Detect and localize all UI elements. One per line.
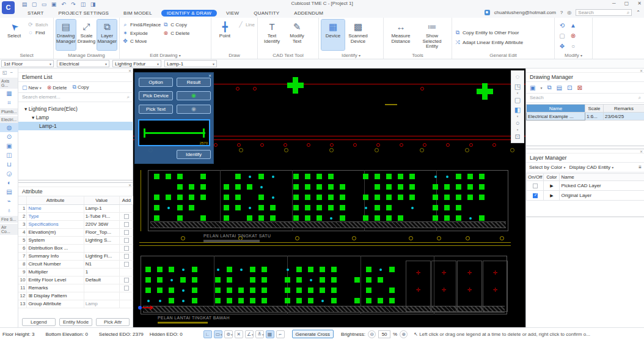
attr-value[interactable]: N1 xyxy=(84,260,119,268)
arc-tool-icon[interactable]: ⌐ xyxy=(276,330,285,338)
tree-item-lighting-fixture-elec-[interactable]: ▾ Lighting Fixture(Elec) xyxy=(18,105,133,113)
tab-start[interactable]: START xyxy=(22,10,49,17)
quick-access-icon-6[interactable]: ↷ xyxy=(70,1,77,8)
brightness-minus-button[interactable]: ⊖ xyxy=(368,330,376,338)
lamp-icon[interactable]: ◍ xyxy=(0,123,18,132)
modify-tool-icon-2[interactable]: ▲ xyxy=(568,22,578,31)
drawing-row[interactable]: Electrical Example ...1:6...23/04/25 xyxy=(527,113,644,121)
close-icon[interactable]: ✕ xyxy=(128,183,131,187)
select-button[interactable]: ➤ Select xyxy=(2,20,26,50)
quick-access-icon-3[interactable]: ▭ xyxy=(40,1,48,8)
attr-value[interactable]: 1-Tube Fl... xyxy=(84,212,119,220)
scanned-device-button[interactable]: ▩ Scanned Device xyxy=(346,20,370,50)
pan-icon[interactable]: ◳ xyxy=(514,82,521,91)
drawing-search-input[interactable]: Seach ⌕ xyxy=(526,94,644,103)
discipline-select[interactable]: Electrical▾ xyxy=(57,60,109,67)
modify-tool-icon-5[interactable]: ✥ xyxy=(557,43,567,52)
quick-access-icon-5[interactable]: ↶ xyxy=(60,1,67,8)
sidebar-section-axisg[interactable]: Axis G... xyxy=(0,78,18,89)
cross-select-icon[interactable]: ✕ xyxy=(235,330,243,338)
element-select[interactable]: Lamp-1▾ xyxy=(164,60,217,67)
layer-row[interactable]: ▶Original Layer xyxy=(527,191,644,201)
attr-value[interactable]: Floor_Top... xyxy=(84,228,119,236)
attr-value[interactable]: 1 xyxy=(84,268,119,276)
angle-snap-icon[interactable]: ∠▾ xyxy=(245,330,254,338)
option-tab-button[interactable]: Option xyxy=(139,78,173,87)
tab-bim-model[interactable]: BIM MODEL xyxy=(118,10,158,17)
modify-text-button[interactable]: ✎ Modify Text xyxy=(285,20,309,50)
layer-menu-icon[interactable]: ≡ xyxy=(639,165,642,170)
point-button[interactable]: ╋ Point xyxy=(214,20,236,50)
attr-value[interactable] xyxy=(84,284,119,292)
tips-icon[interactable]: ◎ xyxy=(567,10,571,15)
drawing-manager-button[interactable]: ▤ Drawing Manager xyxy=(56,20,76,50)
category-select[interactable]: Lighting Fixtur▾ xyxy=(112,60,161,67)
attribute-row[interactable]: 12⊞ Display Pattern xyxy=(18,292,133,300)
attr-value[interactable] xyxy=(84,244,119,252)
add-checkbox[interactable] xyxy=(124,238,129,243)
copy-entity-button[interactable]: ⧉Copy Entity to Other Floor xyxy=(455,29,519,36)
tree-item-lamp[interactable]: ▾ Lamp xyxy=(18,113,133,122)
legend-button[interactable]: Legend xyxy=(22,318,56,326)
add-checkbox[interactable] xyxy=(124,262,129,267)
add-checkbox[interactable] xyxy=(124,222,129,227)
generate-cross-button[interactable]: Generate Cross xyxy=(292,330,334,338)
grid-display-icon[interactable]: ▦ xyxy=(266,330,274,338)
maximize-button[interactable]: ▢ xyxy=(624,1,629,6)
distribution-box-icon[interactable]: ▣ xyxy=(0,141,18,150)
tab-quantity[interactable]: QUANTITY xyxy=(248,10,285,17)
layer-visibility-checkbox[interactable] xyxy=(533,184,538,188)
switch-icon[interactable]: ⊔ xyxy=(0,160,18,169)
collapse-ribbon-icon[interactable]: ⌃ xyxy=(636,10,640,15)
attribute-row[interactable]: 11Remarks xyxy=(18,284,133,292)
add-checkbox[interactable] xyxy=(124,286,129,291)
copy-element-button[interactable]: ⧉Copy xyxy=(72,84,89,91)
attr-value[interactable]: Lamp-1 xyxy=(84,204,119,212)
attr-value[interactable]: Lighting Fi... xyxy=(84,252,119,260)
osnap-icon[interactable]: ⊚▾ xyxy=(224,330,233,338)
minimize-button[interactable]: ─ xyxy=(612,1,616,6)
attribute-row[interactable]: 8Circuit NumberN1 xyxy=(18,260,133,268)
add-checkbox[interactable] xyxy=(124,214,129,219)
select-by-color-button[interactable]: Select by Color ▾ xyxy=(529,165,566,170)
attribute-row[interactable]: 6Distribution Box ... xyxy=(18,244,133,252)
c-delete-button[interactable]: ⊗C Delete xyxy=(163,30,189,36)
close-icon[interactable]: ✕ xyxy=(208,73,211,78)
delete-element-button[interactable]: ⊗Delete xyxy=(47,84,67,91)
sidebar-section-fires[interactable]: Fire S... xyxy=(0,216,18,223)
orbit-icon[interactable]: ◌ xyxy=(516,72,520,81)
grounding-icon[interactable]: ♁ xyxy=(0,206,18,215)
attr-value[interactable]: 220V 36W xyxy=(84,220,119,228)
sidebar-section-plumb[interactable]: Plumb... xyxy=(0,108,18,115)
drawing-tool-icon-2[interactable]: ⧉ xyxy=(547,84,551,91)
collapse-pane-icon[interactable]: − xyxy=(10,70,13,75)
secondary-axis-icon[interactable]: ⌗ xyxy=(0,98,18,107)
fan-icon[interactable]: ⊙ xyxy=(0,132,18,141)
view-box-icon[interactable]: ⊡ xyxy=(514,132,520,141)
help-icon[interactable]: ? xyxy=(560,10,563,15)
quick-access-icon-1[interactable]: ▤ xyxy=(21,1,28,8)
modify-tool-icon-1[interactable]: ⟲ xyxy=(557,22,567,31)
orbit-free-icon[interactable]: ○ xyxy=(516,119,520,128)
layer-manager-button[interactable]: ⧉ Layer Manager xyxy=(97,20,117,50)
measure-distance-button[interactable]: ↔ Measure Distance xyxy=(386,20,415,50)
add-checkbox[interactable] xyxy=(124,246,129,251)
global-search-input[interactable]: Search ⌕ xyxy=(576,9,632,16)
brightness-input[interactable]: 50 xyxy=(378,330,390,338)
identify-button[interactable]: Identify xyxy=(177,150,211,159)
pick-text-button[interactable]: Pick Text xyxy=(139,105,173,114)
attr-value[interactable] xyxy=(84,292,119,300)
attr-value[interactable]: Default xyxy=(84,276,119,284)
tree-item-lamp-1[interactable]: Lamp-1 xyxy=(18,122,133,130)
display-cad-entity-button[interactable]: Display CAD Entity ▾ xyxy=(569,165,614,170)
close-button[interactable]: ✕ xyxy=(637,1,642,6)
app-logo-icon[interactable]: C xyxy=(2,1,15,14)
element-search-input[interactable]: Search element... ⌕ xyxy=(18,93,133,102)
quick-access-icon-8[interactable]: ◨ xyxy=(89,1,97,8)
zoom-window-icon[interactable]: ◧ xyxy=(514,105,521,114)
scale-drawing-button[interactable]: ⤢ Scale Drawing xyxy=(78,20,96,50)
line-button[interactable]: ╱Line xyxy=(238,21,255,28)
zoom-extents-icon[interactable]: ▢ xyxy=(514,95,521,105)
rect-select-icon[interactable]: ▭▾ xyxy=(214,330,222,338)
quick-access-icon-4[interactable]: ▣ xyxy=(50,1,57,8)
